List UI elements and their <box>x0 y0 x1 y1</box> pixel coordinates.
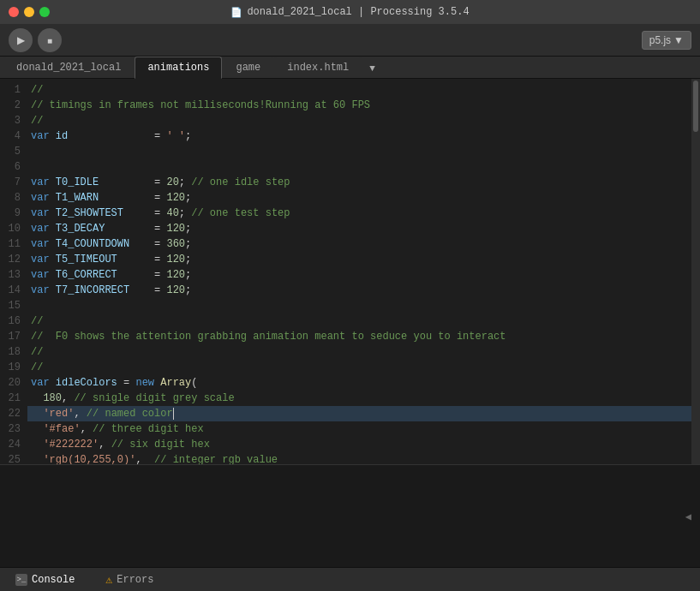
code-line-24: '#222222', // six digit hex <box>27 437 691 452</box>
toolbar-left <box>9 28 62 52</box>
code-line-11: var T4_COUNTDOWN = 360; <box>27 236 691 252</box>
code-line-19: // <box>27 360 691 375</box>
code-area: 12345 678910 1112131415 1617181920 21222… <box>0 79 691 464</box>
window-title: 📄 donald_2021_local | Processing 3.5.4 <box>230 6 469 18</box>
window-controls <box>9 7 50 17</box>
toolbar: p5.js ▼ <box>0 24 700 57</box>
code-line-17: // F0 shows the attention grabbing anima… <box>27 329 691 344</box>
errors-label: Errors <box>117 574 153 586</box>
maximize-button[interactable] <box>39 7 50 17</box>
code-line-12: var T5_TIMEOUT = 120; <box>27 252 691 267</box>
minimize-button[interactable] <box>24 7 34 17</box>
scrollbar[interactable] <box>691 79 700 464</box>
errors-tab[interactable]: ⚠ Errors <box>99 570 160 589</box>
title-text: donald_2021_local | Processing 3.5.4 <box>247 6 469 18</box>
code-line-7: var T0_IDLE = 20; // one idle step <box>27 175 691 190</box>
bottom-panel: ◀ <box>0 464 700 567</box>
code-line-23: '#fae', // three digit hex <box>27 421 691 437</box>
code-line-2: // timings in frames not milliseconds!Ru… <box>27 98 691 113</box>
title-bar: 📄 donald_2021_local | Processing 3.5.4 <box>0 0 700 24</box>
panel-arrow[interactable]: ◀ <box>685 510 691 522</box>
code-line-21: 180, // snigle digit grey scale <box>27 391 691 406</box>
file-icon: 📄 <box>230 7 242 18</box>
code-line-13: var T6_CORRECT = 120; <box>27 267 691 283</box>
console-icon: >_ <box>15 574 27 586</box>
code-line-16: // <box>27 313 691 329</box>
code-line-4: var id = ' '; <box>27 128 691 144</box>
code-line-5 <box>27 144 691 159</box>
tab-more-button[interactable]: ▼ <box>362 59 382 78</box>
mode-dropdown-icon: ▼ <box>673 34 684 46</box>
code-editor[interactable]: // // timings in frames not milliseconds… <box>27 79 691 464</box>
scrollbar-thumb[interactable] <box>693 81 698 132</box>
status-bar: >_ Console ⚠ Errors <box>0 567 700 591</box>
code-content[interactable]: 12345 678910 1112131415 1617181920 21222… <box>0 79 691 464</box>
code-line-18: // <box>27 344 691 360</box>
stop-button[interactable] <box>38 28 62 52</box>
console-tab[interactable]: >_ Console <box>9 571 81 588</box>
code-line-3: // <box>27 113 691 128</box>
code-line-8: var T1_WARN = 120; <box>27 190 691 206</box>
tab-game[interactable]: game <box>223 57 273 78</box>
code-line-15 <box>27 298 691 313</box>
code-line-1: // <box>27 82 691 98</box>
tab-bar: donald_2021_local animations game index.… <box>0 57 700 79</box>
tab-animations[interactable]: animations <box>135 57 222 79</box>
close-button[interactable] <box>9 7 19 17</box>
tab-index[interactable]: index.html <box>274 57 362 78</box>
mode-button[interactable]: p5.js ▼ <box>642 31 691 50</box>
console-label: Console <box>32 574 75 586</box>
code-line-22: 'red', // named color​ <box>27 406 691 421</box>
stop-icon <box>47 34 52 46</box>
code-line-9: var T2_SHOWTEST = 40; // one test step <box>27 206 691 221</box>
tab-donald[interactable]: donald_2021_local <box>3 57 134 78</box>
code-line-10: var T3_DECAY = 120; <box>27 221 691 236</box>
code-line-25: 'rgb(10,255,0)', // integer rgb value <box>27 452 691 464</box>
mode-label: p5.js <box>649 34 671 46</box>
run-button[interactable] <box>9 28 33 52</box>
code-line-20: var idleColors = new Array( <box>27 375 691 391</box>
warning-icon: ⚠ <box>105 573 112 587</box>
code-line-6 <box>27 159 691 175</box>
line-numbers: 12345 678910 1112131415 1617181920 21222… <box>0 79 27 464</box>
play-icon <box>17 34 25 46</box>
code-line-14: var T7_INCORRECT = 120; <box>27 283 691 298</box>
editor-container: 12345 678910 1112131415 1617181920 21222… <box>0 79 700 464</box>
toolbar-right: p5.js ▼ <box>642 31 691 50</box>
